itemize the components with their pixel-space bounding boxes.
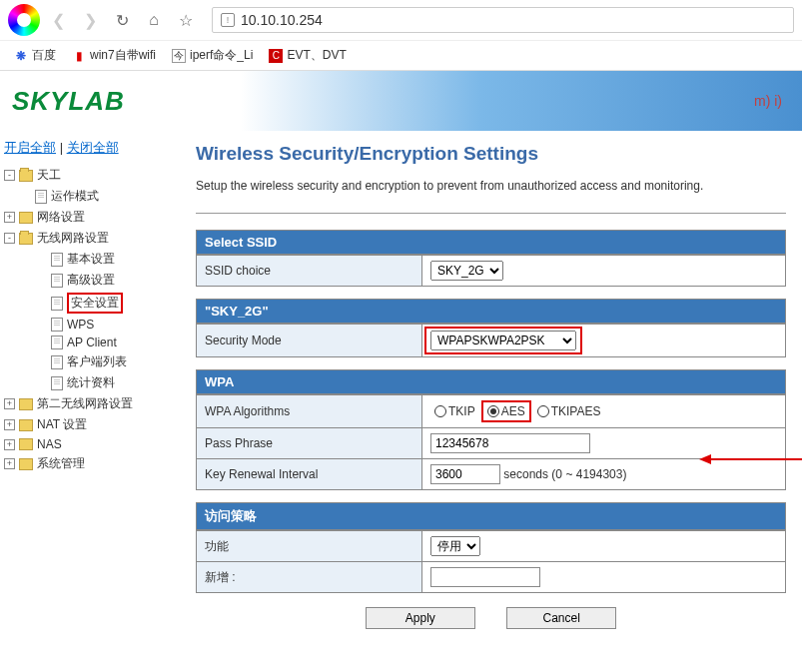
page-desc: Setup the wireless security and encrypti… <box>196 179 786 193</box>
tree-item[interactable]: 高级设置 <box>67 272 115 289</box>
radio-tkipaes[interactable]: TKIPAES <box>533 402 605 420</box>
evt-icon: C <box>269 49 283 63</box>
section-access-header: 访问策略 <box>196 502 786 530</box>
folder-open-icon <box>19 170 33 182</box>
wpa-algo-radio-group: TKIP AES TKIPAES <box>430 400 777 422</box>
collapse-all-link[interactable]: 关闭全部 <box>67 140 119 155</box>
url-text: 10.10.10.254 <box>241 12 323 28</box>
access-func-select[interactable]: 停用 <box>430 536 480 556</box>
section-security-header: "SKY_2G" <box>196 299 786 324</box>
bookmarks-bar: ❋百度 ▮win7自带wifi 今iperf命令_Li CEVT、DVT <box>0 40 802 70</box>
tree-item[interactable]: 系统管理 <box>37 455 85 472</box>
forward-button[interactable]: ❯ <box>76 6 104 34</box>
ssid-choice-select[interactable]: SKY_2G <box>430 261 503 281</box>
browser-chrome: ❮ ❯ ↻ ⌂ ☆ ! 10.10.10.254 ❋百度 ▮win7自带wifi… <box>0 0 802 71</box>
access-add-label: 新增 : <box>197 562 422 593</box>
divider <box>196 213 786 214</box>
security-mode-label: Security Mode <box>197 325 422 357</box>
main-content: Wireless Security/Encryption Settings Se… <box>180 131 802 641</box>
iperf-icon: 今 <box>172 49 186 63</box>
folder-open-icon <box>19 233 33 245</box>
folder-icon <box>19 419 33 431</box>
pass-phrase-input[interactable] <box>430 433 590 453</box>
folder-icon <box>19 398 33 410</box>
radio-tkip[interactable]: TKIP <box>430 402 479 420</box>
baidu-icon: ❋ <box>14 49 28 63</box>
folder-icon <box>19 438 33 450</box>
radio-aes[interactable]: AES <box>481 400 531 422</box>
back-button[interactable]: ❮ <box>44 6 72 34</box>
bookmark-iperf[interactable]: 今iperf命令_Li <box>166 45 259 66</box>
radio-icon <box>434 405 446 417</box>
security-mode-select[interactable]: WPAPSKWPA2PSK <box>430 331 576 350</box>
bookmark-wifi[interactable]: ▮win7自带wifi <box>66 45 162 66</box>
bookmark-baidu[interactable]: ❋百度 <box>8 45 62 66</box>
nav-tree: -天工运作模式+网络设置-无线网路设置基本设置高级设置安全设置WPSAP Cli… <box>4 165 176 474</box>
tree-item[interactable]: AP Client <box>67 336 117 349</box>
svg-marker-1 <box>699 454 711 464</box>
tree-expand-icon[interactable]: + <box>4 419 15 430</box>
table-security: Security Mode WPAPSKWPA2PSK <box>196 324 786 357</box>
key-renewal-suffix: seconds (0 ~ 4194303) <box>503 467 626 481</box>
tree-expand-icon[interactable]: + <box>4 458 15 469</box>
expand-all-link[interactable]: 开启全部 <box>4 140 56 155</box>
banner-right: m) i) <box>754 93 790 109</box>
tree-expand-icon[interactable]: + <box>4 212 15 223</box>
access-func-label: 功能 <box>197 531 422 562</box>
section-select-ssid-header: Select SSID <box>196 230 786 255</box>
folder-icon <box>19 212 33 224</box>
apply-button[interactable]: Apply <box>366 607 475 629</box>
ssid-choice-label: SSID choice <box>197 256 422 287</box>
home-button[interactable]: ⌂ <box>140 6 168 34</box>
radio-icon <box>487 405 499 417</box>
access-add-input[interactable] <box>430 567 540 587</box>
table-access: 功能 停用 新增 : <box>196 530 786 593</box>
page-icon <box>35 190 47 204</box>
page-icon <box>51 297 63 311</box>
pass-phrase-label: Pass Phrase <box>197 428 422 459</box>
tree-item[interactable]: 安全设置 <box>67 293 123 314</box>
shield-icon: ! <box>221 13 235 27</box>
url-bar[interactable]: ! 10.10.10.254 <box>212 7 794 33</box>
reload-button[interactable]: ↻ <box>108 6 136 34</box>
tree-collapse-icon[interactable]: - <box>4 233 15 244</box>
tree-item[interactable]: 第二无线网路设置 <box>37 395 133 412</box>
tree-item[interactable]: NAT 设置 <box>37 416 87 433</box>
tree-item[interactable]: 运作模式 <box>51 188 99 205</box>
tree-item[interactable]: 客户端列表 <box>67 353 127 370</box>
tree-item[interactable]: 无线网路设置 <box>37 230 109 247</box>
tree-expand-icon[interactable]: + <box>4 439 15 450</box>
page-icon <box>51 376 63 390</box>
page-icon <box>51 274 63 288</box>
page-icon <box>51 318 63 332</box>
star-button[interactable]: ☆ <box>172 6 200 34</box>
tree-item[interactable]: NAS <box>37 437 62 451</box>
tree-item[interactable]: 天工 <box>37 167 61 184</box>
logo: SKYLAB <box>12 86 125 117</box>
bookmark-evt[interactable]: CEVT、DVT <box>263 45 352 66</box>
key-renewal-input[interactable] <box>430 464 500 484</box>
sidebar: 开启全部 | 关闭全部 -天工运作模式+网络设置-无线网路设置基本设置高级设置安… <box>0 131 180 641</box>
page-icon <box>51 336 63 349</box>
table-wpa: WPA Algorithms TKIP AES TKIP <box>196 394 786 490</box>
tree-collapse-icon[interactable]: - <box>4 170 15 181</box>
annotation-arrow-icon <box>699 449 802 469</box>
key-renewal-label: Key Renewal Interval <box>197 459 422 490</box>
browser-logo-icon <box>8 4 40 36</box>
tree-item[interactable]: 网络设置 <box>37 209 85 226</box>
folder-icon <box>19 458 33 470</box>
tree-item[interactable]: WPS <box>67 318 94 332</box>
banner: SKYLAB m) i) <box>0 71 802 131</box>
tree-item[interactable]: 基本设置 <box>67 251 115 268</box>
tree-expand-icon[interactable]: + <box>4 398 15 409</box>
section-wpa-header: WPA <box>196 369 786 394</box>
wpa-algo-label: WPA Algorithms <box>197 395 422 428</box>
page-title: Wireless Security/Encryption Settings <box>196 143 786 165</box>
page-icon <box>51 355 63 369</box>
cancel-button[interactable]: Cancel <box>506 607 616 629</box>
page-icon <box>51 253 63 267</box>
radio-icon <box>537 405 549 417</box>
table-select-ssid: SSID choice SKY_2G <box>196 255 786 287</box>
wifi-icon: ▮ <box>72 49 86 63</box>
tree-item[interactable]: 统计资料 <box>67 374 115 391</box>
